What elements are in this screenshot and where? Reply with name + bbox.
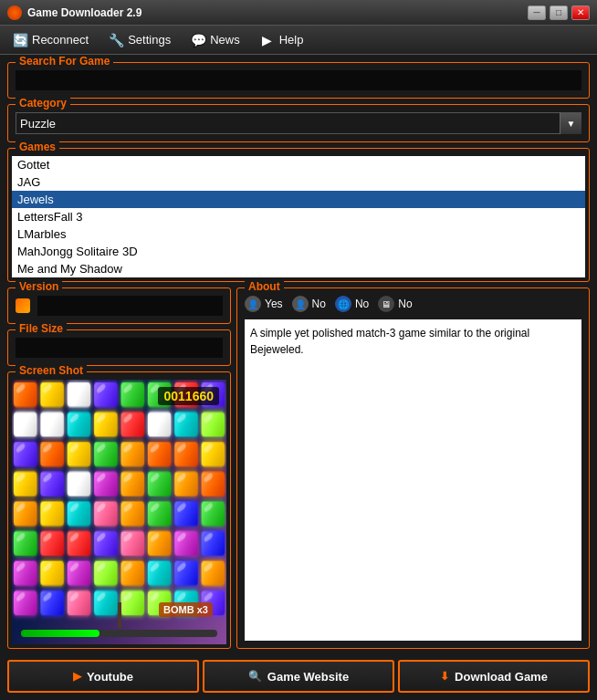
about-label: About [245, 280, 284, 293]
progress-bar-bg [21, 630, 217, 637]
title-bar: Game Downloader 2.9 ─ □ ✕ [0, 0, 597, 26]
games-list-item[interactable]: LMarbles [12, 225, 585, 243]
game-website-label: Game Website [267, 670, 349, 684]
download-label: Download Game [455, 670, 548, 684]
window-title: Game Downloader 2.9 [27, 6, 141, 19]
menu-reconnect[interactable]: 🔄 Reconnect [4, 29, 98, 51]
version-icon [16, 298, 30, 313]
games-list-item[interactable]: LettersFall 3 [12, 208, 585, 225]
download-icon: ⬇ [440, 670, 449, 683]
category-fieldset: Category Puzzle Action Adventure Arcade … [7, 104, 590, 142]
monitor-icon: 🖥 [378, 296, 394, 312]
youtube-button[interactable]: ▶ Youtube [7, 660, 199, 693]
news-icon: 💬 [191, 33, 205, 47]
version-fieldset: Version 1.0 [7, 287, 231, 324]
menu-reconnect-label: Reconnect [32, 33, 89, 47]
left-panel: Version 1.0 File Size 2.03 MB Screen Sho… [7, 287, 231, 649]
about-description: A simple yet polished match-3 game simil… [245, 319, 581, 641]
score-overlay: 0011660 [158, 387, 219, 405]
bomb-label: BOMB x3 [159, 602, 213, 617]
about-icons: 👤 Yes 👤 No 🌐 No 🖥 No [245, 296, 581, 312]
filesize-label: File Size [16, 322, 67, 335]
search-icon: 🔍 [248, 670, 262, 683]
version-label: Version [16, 280, 62, 293]
minimize-button[interactable]: ─ [528, 5, 546, 20]
close-button[interactable]: ✕ [571, 5, 590, 20]
palm-tree [106, 591, 133, 628]
category-label: Category [16, 97, 70, 110]
bottom-section: Version 1.0 File Size 2.03 MB Screen Sho… [7, 287, 590, 649]
score-prefix: 00 [163, 389, 178, 403]
score-value: 11660 [178, 389, 214, 403]
games-list-item[interactable]: JAG [12, 173, 585, 191]
games-list-item[interactable]: Jewels [12, 191, 585, 208]
game-website-button[interactable]: 🔍 Game Website [203, 660, 394, 693]
title-controls: ─ □ ✕ [528, 5, 590, 20]
menu-news-label: News [210, 33, 240, 47]
maximize-button[interactable]: □ [550, 5, 568, 20]
menu-help[interactable]: ▶ Help [251, 29, 313, 51]
about-icon-no1: 👤 No [292, 296, 326, 312]
category-select[interactable]: Puzzle Action Adventure Arcade Sports St… [16, 112, 581, 134]
progress-bar-fill [21, 630, 100, 637]
games-list[interactable]: GottetJAGJewelsLettersFall 3LMarblesMahJ… [12, 156, 585, 277]
search-label: Search For Game [16, 55, 113, 68]
person-icon-2: 👤 [292, 296, 309, 312]
games-list-item[interactable]: Me and My Shadow [12, 260, 585, 277]
app-icon [7, 5, 22, 20]
about-label-no1: No [312, 298, 326, 310]
bottom-buttons: ▶ Youtube 🔍 Game Website ⬇ Download Game [7, 660, 590, 693]
filesize-input[interactable]: 2.03 MB [16, 338, 223, 358]
menu-settings[interactable]: 🔧 Settings [100, 29, 180, 51]
games-list-item[interactable]: MahJongg Solitaire 3D [12, 243, 585, 260]
reconnect-icon: 🔄 [13, 33, 27, 47]
games-fieldset: Games GottetJAGJewelsLettersFall 3LMarbl… [7, 148, 590, 282]
globe-icon: 🌐 [335, 296, 351, 312]
main-content: Search For Game Category Puzzle Action A… [0, 55, 597, 700]
settings-icon: 🔧 [109, 33, 123, 47]
games-list-item[interactable]: Gottet [12, 156, 585, 173]
about-label-no3: No [398, 298, 412, 310]
menu-news[interactable]: 💬 News [182, 29, 249, 51]
about-icon-yes1: 👤 Yes [245, 296, 283, 312]
youtube-label: Youtube [87, 670, 133, 684]
title-bar-left: Game Downloader 2.9 [7, 5, 141, 20]
about-icon-no2: 🌐 No [335, 296, 369, 312]
about-icon-no3: 🖥 No [378, 296, 412, 312]
category-select-wrapper: Puzzle Action Adventure Arcade Sports St… [16, 112, 581, 134]
version-inner: 1.0 [16, 296, 223, 316]
person-icon-1: 👤 [245, 296, 261, 312]
menu-settings-label: Settings [128, 33, 171, 47]
screenshot-box: 0011660 BOMB x3 [12, 380, 226, 644]
search-input[interactable] [16, 70, 581, 90]
about-label-no2: No [355, 298, 369, 310]
download-button[interactable]: ⬇ Download Game [398, 660, 590, 693]
filesize-fieldset: File Size 2.03 MB [7, 329, 231, 366]
help-icon: ▶ [260, 33, 275, 47]
right-panel: About 👤 Yes 👤 No 🌐 No [236, 287, 590, 649]
search-fieldset: Search For Game [7, 62, 590, 99]
menu-help-label: Help [279, 33, 304, 47]
screenshot-label: Screen Shot [16, 364, 87, 377]
youtube-icon: ▶ [73, 670, 81, 683]
about-label-yes1: Yes [265, 298, 283, 310]
version-input[interactable]: 1.0 [37, 296, 223, 316]
about-fieldset: About 👤 Yes 👤 No 🌐 No [236, 287, 590, 649]
screenshot-fieldset: Screen Shot 0011660 BOMB x3 [7, 371, 231, 649]
menu-bar: 🔄 Reconnect 🔧 Settings 💬 News ▶ Help [0, 26, 597, 55]
games-label: Games [16, 141, 59, 153]
